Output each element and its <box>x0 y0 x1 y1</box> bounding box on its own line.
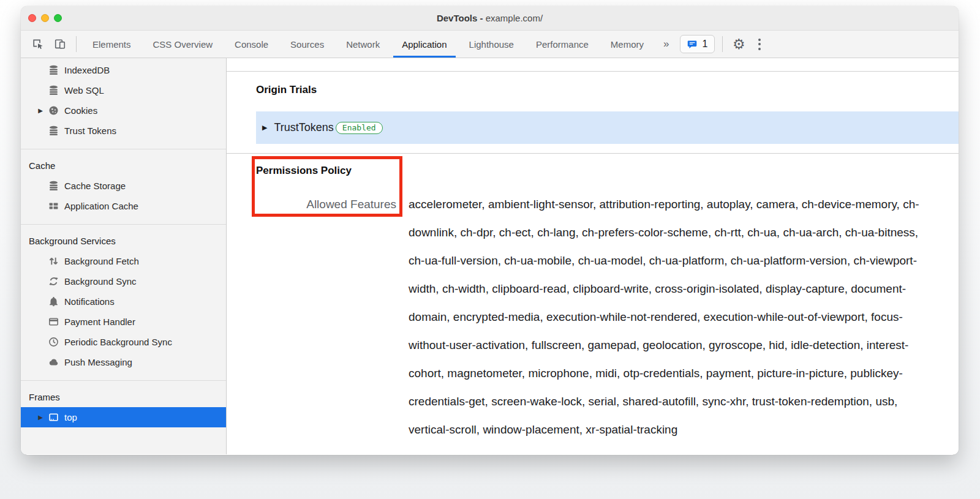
tab-console[interactable]: Console <box>224 31 279 58</box>
devtools-content: IndexedDB Web SQL ▶ Cookies Trust Tokens <box>21 58 959 454</box>
sidebar-item-cache-storage[interactable]: Cache Storage <box>21 176 226 196</box>
table-grid-icon <box>48 201 59 211</box>
sidebar-item-top-frame[interactable]: ▶ top <box>21 407 226 427</box>
sidebar-item-label: Cookies <box>64 105 97 116</box>
application-panel-main: Origin Trials ▶ TrustTokens Enabled Perm… <box>227 58 959 454</box>
trust-tokens-trial-row[interactable]: ▶ TrustTokens Enabled <box>256 111 959 144</box>
sidebar-item-label: Background Sync <box>64 276 137 287</box>
sidebar-item-periodic-background-sync[interactable]: Periodic Background Sync <box>21 332 226 352</box>
application-sidebar: IndexedDB Web SQL ▶ Cookies Trust Tokens <box>21 58 227 454</box>
allowed-features-row: Allowed Features accelerometer, ambient-… <box>256 190 929 444</box>
panel-tabs: Elements CSS Overview Console Sources Ne… <box>81 31 655 58</box>
background-services-group-header: Background Services <box>21 231 226 251</box>
trial-name: TrustTokens <box>274 121 333 134</box>
enabled-status-badge: Enabled <box>336 122 383 134</box>
storage-group: IndexedDB Web SQL ▶ Cookies Trust Tokens <box>21 58 226 149</box>
tab-network[interactable]: Network <box>335 31 391 58</box>
window-title-page: example.com/ <box>486 13 543 23</box>
sidebar-item-background-sync[interactable]: Background Sync <box>21 271 226 291</box>
sidebar-item-label: Background Fetch <box>64 256 139 266</box>
previous-section-edge <box>227 58 959 72</box>
up-down-arrows-icon <box>48 256 59 266</box>
sidebar-item-label: Web SQL <box>64 85 104 96</box>
more-options-icon[interactable] <box>750 39 769 50</box>
sidebar-item-label: Notifications <box>64 296 115 307</box>
permissions-policy-heading: Permissions Policy <box>256 165 929 177</box>
allowed-features-value: accelerometer, ambient-light-sensor, att… <box>409 190 929 444</box>
allowed-features-label: Allowed Features <box>256 190 396 444</box>
tab-performance[interactable]: Performance <box>525 31 600 58</box>
database-icon <box>48 126 59 136</box>
tab-css-overview[interactable]: CSS Overview <box>142 31 224 58</box>
frames-group-header: Frames <box>21 387 226 407</box>
cache-group-header: Cache <box>21 156 226 176</box>
sidebar-item-label: Push Messaging <box>64 357 132 367</box>
devtools-window: DevTools - example.com/ Elements CSS Ove… <box>21 6 959 455</box>
frame-icon <box>48 412 59 422</box>
sidebar-item-label: top <box>64 412 77 422</box>
devtools-toolbar: Elements CSS Overview Console Sources Ne… <box>21 31 959 58</box>
title-bar: DevTools - example.com/ <box>21 6 959 31</box>
tab-sources[interactable]: Sources <box>279 31 335 58</box>
sidebar-item-label: IndexedDB <box>64 65 110 75</box>
database-icon <box>48 65 59 75</box>
permissions-policy-section: Permissions Policy Allowed Features acce… <box>227 154 959 444</box>
frames-group: Frames ▶ top <box>21 380 226 435</box>
sync-arrows-icon <box>48 276 59 287</box>
expand-triangle-icon[interactable]: ▶ <box>262 124 267 132</box>
cookie-icon <box>48 105 59 116</box>
sidebar-item-label: Application Cache <box>64 201 138 211</box>
sidebar-item-application-cache[interactable]: Application Cache <box>21 196 226 216</box>
toolbar-divider <box>76 36 77 52</box>
sidebar-item-label: Payment Handler <box>64 317 135 327</box>
tab-elements[interactable]: Elements <box>81 31 142 58</box>
expand-triangle-icon[interactable]: ▶ <box>36 100 45 121</box>
sidebar-item-notifications[interactable]: Notifications <box>21 291 226 312</box>
sidebar-item-push-messaging[interactable]: Push Messaging <box>21 352 226 372</box>
window-title: DevTools - example.com/ <box>21 13 959 23</box>
cloud-icon <box>48 357 59 367</box>
window-title-separator: - <box>477 13 485 23</box>
window-title-app: DevTools <box>437 13 477 23</box>
origin-trials-section: Origin Trials ▶ TrustTokens Enabled <box>227 72 959 154</box>
sidebar-item-label: Trust Tokens <box>64 126 116 136</box>
settings-gear-icon[interactable]: ⚙ <box>728 31 750 58</box>
expand-triangle-icon[interactable]: ▶ <box>36 407 45 427</box>
bell-icon <box>48 296 59 307</box>
sidebar-item-label: Periodic Background Sync <box>64 337 172 347</box>
background-services-group: Background Services Background Fetch Bac… <box>21 224 226 380</box>
database-icon <box>48 85 59 96</box>
origin-trials-heading: Origin Trials <box>256 84 959 96</box>
sidebar-item-payment-handler[interactable]: Payment Handler <box>21 312 226 332</box>
sidebar-item-indexeddb[interactable]: IndexedDB <box>21 60 226 80</box>
issues-count: 1 <box>702 39 707 50</box>
device-toolbar-icon[interactable] <box>49 31 71 58</box>
inspect-icon[interactable] <box>27 31 49 58</box>
sidebar-item-web-sql[interactable]: Web SQL <box>21 80 226 100</box>
sidebar-item-trust-tokens[interactable]: Trust Tokens <box>21 121 226 141</box>
database-icon <box>48 181 59 191</box>
sidebar-item-background-fetch[interactable]: Background Fetch <box>21 251 226 271</box>
tab-application[interactable]: Application <box>391 31 458 58</box>
more-tabs-button[interactable]: » <box>655 38 677 50</box>
sidebar-item-label: Cache Storage <box>64 181 126 191</box>
issues-counter-button[interactable]: 1 <box>680 35 715 53</box>
issues-icon <box>687 39 698 50</box>
sidebar-item-cookies[interactable]: ▶ Cookies <box>21 100 226 121</box>
clock-icon <box>48 337 59 347</box>
cache-group: Cache Cache Storage Application Cache <box>21 149 226 224</box>
tab-lighthouse[interactable]: Lighthouse <box>458 31 525 58</box>
credit-card-icon <box>48 317 59 327</box>
toolbar-divider <box>722 36 723 52</box>
tab-memory[interactable]: Memory <box>600 31 655 58</box>
